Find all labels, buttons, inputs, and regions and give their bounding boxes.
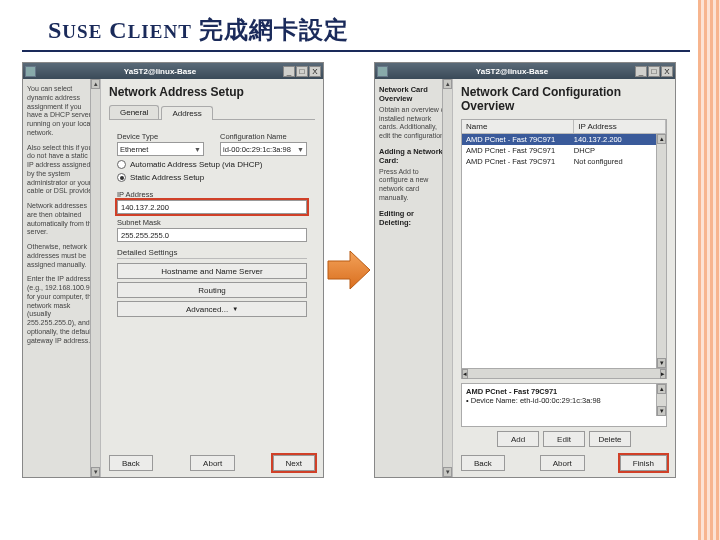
device-type-label: Device Type	[117, 132, 204, 141]
edit-button[interactable]: Edit	[543, 431, 585, 447]
abort-button[interactable]: Abort	[190, 455, 235, 471]
radio-static[interactable]: Static Address Setup	[117, 173, 307, 182]
scroll-track[interactable]	[657, 394, 666, 406]
config-name-select[interactable]: id-00:0c:29:1c:3a:98 ▼	[220, 142, 307, 156]
minimize-button[interactable]: _	[635, 66, 647, 77]
cell-ip: 140.137.2.200	[574, 135, 662, 144]
help-panel: You can select dynamic address assignmen…	[23, 79, 101, 477]
scroll-down-icon[interactable]: ▾	[657, 358, 666, 368]
list-item[interactable]: AMD PCnet - Fast 79C971 140.137.2.200	[462, 134, 666, 145]
delete-button[interactable]: Delete	[589, 431, 631, 447]
app-icon	[377, 66, 388, 77]
finish-button[interactable]: Finish	[620, 455, 667, 471]
column-name[interactable]: Name	[462, 120, 574, 133]
config-name-value: id-00:0c:29:1c:3a:98	[223, 145, 291, 154]
window-network-address-setup: YaST2@linux-Base _ □ X You can select dy…	[22, 62, 324, 478]
help-scrollbar[interactable]: ▴ ▾	[442, 79, 452, 477]
scroll-track[interactable]	[657, 144, 666, 358]
device-type-value: Ethernet	[120, 145, 148, 154]
cell-ip: Not configured	[574, 157, 662, 166]
titlebar[interactable]: YaST2@linux-Base _ □ X	[375, 63, 675, 79]
help-text: Obtain an overview of installed network …	[379, 106, 448, 141]
device-type-select[interactable]: Ethernet ▼	[117, 142, 204, 156]
detailed-settings-label: Detailed Settings	[117, 248, 307, 259]
help-panel: Network Card Overview Obtain an overview…	[375, 79, 453, 477]
cell-name: AMD PCnet - Fast 79C971	[466, 157, 574, 166]
subnet-mask-input[interactable]: 255.255.255.0	[117, 228, 307, 242]
scroll-up-icon[interactable]: ▴	[657, 384, 666, 394]
panel-heading: Network Card Configuration Overview	[461, 85, 667, 113]
cell-ip: DHCP	[574, 146, 662, 155]
button-bar: Back Abort Next	[109, 451, 315, 471]
help-scrollbar[interactable]: ▴ ▾	[90, 79, 100, 477]
network-card-list[interactable]: Name IP Address AMD PCnet - Fast 79C971 …	[461, 119, 667, 379]
close-button[interactable]: X	[309, 66, 321, 77]
routing-button[interactable]: Routing	[117, 282, 307, 298]
close-button[interactable]: X	[661, 66, 673, 77]
tab-address[interactable]: Address	[161, 106, 212, 120]
hostname-button[interactable]: Hostname and Name Server	[117, 263, 307, 279]
ip-address-input[interactable]: 140.137.2.200	[117, 200, 307, 214]
list-header: Name IP Address	[462, 120, 666, 134]
list-item[interactable]: AMD PCnet - Fast 79C971 DHCP	[462, 145, 666, 156]
app-icon	[25, 66, 36, 77]
maximize-button[interactable]: □	[296, 66, 308, 77]
help-text: Enter the IP address (e.g., 192.168.100.…	[27, 275, 96, 345]
button-bar: Back Abort Finish	[461, 451, 667, 471]
tab-bar: General Address	[109, 105, 315, 120]
ip-address-value: 140.137.2.200	[121, 203, 169, 212]
detail-device-name: • Device Name: eth-id-00:0c:29:1c:3a:98	[466, 396, 662, 405]
ip-address-label: IP Address	[117, 190, 307, 199]
list-hscrollbar[interactable]: ◂ ▸	[462, 368, 666, 378]
radio-icon	[117, 173, 126, 182]
chevron-down-icon: ▼	[232, 306, 238, 312]
help-text: Also select this if you do not have a st…	[27, 144, 96, 197]
arrow-right-icon	[326, 249, 372, 291]
page-title: SUSE CLIENT 完成網卡設定	[22, 0, 690, 52]
tab-general[interactable]: General	[109, 105, 159, 119]
scroll-up-icon[interactable]: ▴	[91, 79, 100, 89]
scroll-track[interactable]	[443, 89, 452, 467]
help-text: Press Add to configure a new network car…	[379, 168, 448, 203]
chevron-down-icon: ▼	[194, 146, 201, 153]
minimize-button[interactable]: _	[283, 66, 295, 77]
scroll-track[interactable]	[91, 89, 100, 467]
radio-label: Automatic Address Setup (via DHCP)	[130, 160, 263, 169]
crud-button-row: Add Edit Delete	[461, 431, 667, 447]
scroll-down-icon[interactable]: ▾	[443, 467, 452, 477]
list-item[interactable]: AMD PCnet - Fast 79C971 Not configured	[462, 156, 666, 167]
main-panel: Network Address Setup General Address De…	[101, 79, 323, 477]
next-button[interactable]: Next	[273, 455, 315, 471]
scroll-right-icon[interactable]: ▸	[660, 369, 666, 379]
subnet-mask-label: Subnet Mask	[117, 218, 307, 227]
scroll-down-icon[interactable]: ▾	[657, 406, 666, 416]
advanced-button[interactable]: Advanced... ▼	[117, 301, 307, 317]
detail-box: AMD PCnet - Fast 79C971 • Device Name: e…	[461, 383, 667, 427]
back-button[interactable]: Back	[461, 455, 505, 471]
radio-auto-dhcp[interactable]: Automatic Address Setup (via DHCP)	[117, 160, 307, 169]
maximize-button[interactable]: □	[648, 66, 660, 77]
window-title: YaST2@linux-Base	[38, 67, 282, 76]
cell-name: AMD PCnet - Fast 79C971	[466, 146, 574, 155]
scroll-up-icon[interactable]: ▴	[657, 134, 666, 144]
titlebar[interactable]: YaST2@linux-Base _ □ X	[23, 63, 323, 79]
subnet-mask-value: 255.255.255.0	[121, 231, 169, 240]
help-text: Network addresses are then obtained auto…	[27, 202, 96, 237]
back-button[interactable]: Back	[109, 455, 153, 471]
help-heading: Adding a Network Card:	[379, 147, 448, 166]
transition-arrow	[324, 62, 374, 478]
help-text: You can select dynamic address assignmen…	[27, 85, 96, 138]
radio-label: Static Address Setup	[130, 173, 204, 182]
help-text: Otherwise, network addresses must be ass…	[27, 243, 96, 269]
scroll-down-icon[interactable]: ▾	[91, 467, 100, 477]
column-ip[interactable]: IP Address	[574, 120, 666, 133]
scroll-up-icon[interactable]: ▴	[443, 79, 452, 89]
detail-vscrollbar[interactable]: ▴ ▾	[656, 384, 666, 416]
scroll-track[interactable]	[468, 369, 660, 378]
abort-button[interactable]: Abort	[540, 455, 585, 471]
window-network-card-overview: YaST2@linux-Base _ □ X Network Card Over…	[374, 62, 676, 478]
main-panel: Network Card Configuration Overview Name…	[453, 79, 675, 477]
detail-title: AMD PCnet - Fast 79C971	[466, 387, 662, 396]
add-button[interactable]: Add	[497, 431, 539, 447]
list-vscrollbar[interactable]: ▴ ▾	[656, 134, 666, 368]
